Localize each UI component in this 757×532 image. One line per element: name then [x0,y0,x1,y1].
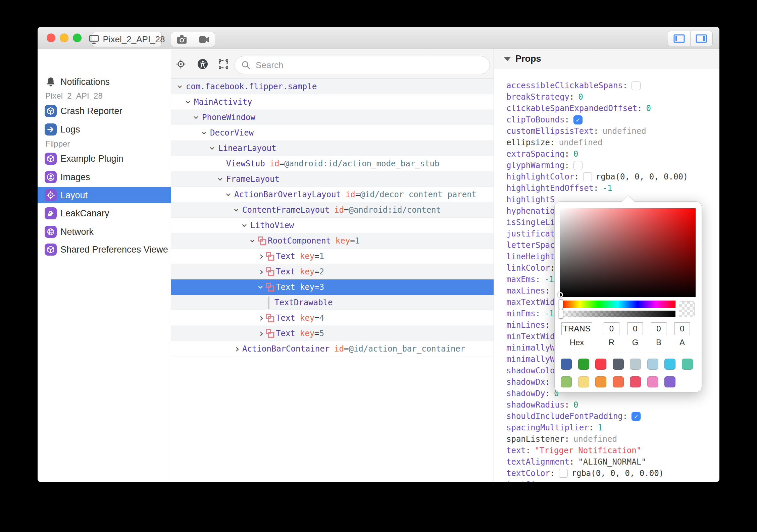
palette-swatch[interactable] [647,359,658,370]
green-input[interactable]: 0 [627,322,643,335]
tree-row[interactable]: TextDrawable [171,295,494,310]
right-panel-icon [696,34,707,43]
saturation-value-gradient[interactable] [560,208,696,297]
device-label: Pixel_2_API_28 [103,34,165,45]
screenshot-button[interactable] [171,32,193,47]
palette-swatch[interactable] [664,376,675,387]
target-mode-icon[interactable] [175,59,186,69]
palette-swatch[interactable] [613,376,624,387]
palette-swatch[interactable] [647,376,658,387]
chevron-icon[interactable] [186,95,193,109]
saturation-value-handle[interactable] [558,292,563,298]
palette-swatch[interactable] [682,359,693,370]
chevron-icon[interactable] [226,188,234,201]
palette-swatch[interactable] [561,376,572,387]
tree-row[interactable]: ActionBarContainerid=@id/action_bar_cont… [171,341,494,357]
tree-row[interactable]: LithoView [171,218,494,233]
select-frame-icon[interactable] [218,59,229,69]
chevron-icon[interactable] [258,250,266,263]
prop-checkbox[interactable] [632,81,641,90]
sidebar-item-network[interactable]: Network [38,224,171,240]
chevron-icon[interactable] [234,203,242,217]
tree-row[interactable]: Textkey=2 [171,264,494,279]
tree-row[interactable]: PhoneWindow [171,110,494,125]
chevron-icon[interactable] [258,327,266,340]
toggle-left-panel-button[interactable] [668,31,690,46]
chevron-icon[interactable] [178,80,185,93]
sidebar-item-shared-preferences-viewer[interactable]: Shared Preferences Viewer [38,242,171,258]
sidebar-item-example-plugin[interactable]: Example Plugin [38,151,171,167]
device-selector-button[interactable]: Pixel_2_API_28 [92,32,162,47]
tree-row[interactable]: FrameLayout [171,171,494,187]
prop-key: customEllipsisText [506,126,594,136]
tree-row[interactable]: Textkey=1 [171,249,494,264]
palette-swatch[interactable] [613,359,624,370]
search-input[interactable] [255,60,470,71]
tree-row[interactable]: LinearLayout [171,141,494,156]
chevron-icon[interactable] [202,126,209,140]
chevron-icon[interactable] [258,311,266,325]
prop-checkbox[interactable] [583,172,592,181]
chevron-icon[interactable] [250,234,258,248]
accessibility-icon[interactable] [197,59,208,69]
tree-row[interactable]: ActionBarOverlayLayoutid=@id/decor_conte… [171,187,494,202]
sidebar-item-label: LeakCanary [60,208,109,219]
chevron-icon[interactable] [218,157,225,170]
close-window-button[interactable] [47,34,55,42]
tree-row[interactable]: Textkey=5 [171,326,494,341]
sidebar-item-layout[interactable]: Layout [38,187,171,203]
chevron-icon[interactable] [258,265,266,278]
node-attr-value: 4 [319,313,324,323]
sidebar-item-notifications[interactable]: Notifications [38,74,171,90]
chevron-icon[interactable] [258,280,266,294]
props-header[interactable]: Props [494,49,719,69]
palette-swatch[interactable] [595,376,606,387]
tree-row[interactable]: com.facebook.flipper.sample [171,79,494,94]
tree-row[interactable]: ViewStubid=@android:id/action_mode_bar_s… [171,156,494,171]
zoom-window-button[interactable] [73,34,82,42]
hue-slider-handle[interactable] [559,299,563,309]
minimize-window-button[interactable] [60,34,68,42]
prop-checkbox[interactable] [573,115,583,124]
chevron-icon[interactable] [218,172,225,186]
palette-swatch[interactable] [630,359,641,370]
prop-key: clickableSpanExpandedOffset [506,104,637,113]
prop-checkbox[interactable] [632,412,641,421]
chevron-icon[interactable] [266,296,274,309]
blue-input[interactable]: 0 [651,322,666,335]
prop-checkbox[interactable] [573,161,583,170]
palette-swatch[interactable] [664,359,675,370]
tree-row[interactable]: Textkey=3 [171,279,494,295]
prop-value: 0 [578,92,583,102]
prop-key: clipToBounds [506,115,564,124]
sidebar-item-logs[interactable]: Logs [38,121,171,138]
tree-row[interactable]: Textkey=4 [171,310,494,326]
screen-record-button[interactable] [193,32,215,47]
palette-swatch[interactable] [578,359,589,370]
hex-input[interactable]: TRANS [561,322,592,335]
sidebar-item-crash-reporter[interactable]: Crash Reporter [38,103,171,119]
hue-slider[interactable] [560,301,675,308]
tree-row[interactable]: DecorView [171,125,494,141]
toggle-right-panel-button[interactable] [690,31,713,46]
sidebar-item-images[interactable]: Images [38,169,171,185]
palette-swatch[interactable] [630,376,641,387]
alpha-slider[interactable] [560,311,675,317]
search-field[interactable] [235,56,490,74]
tree-row[interactable]: MainActivity [171,94,494,110]
palette-swatch[interactable] [578,376,589,387]
red-input[interactable]: 0 [604,322,619,335]
sidebar-item-leakcanary[interactable]: LeakCanary [38,205,171,221]
palette-swatch[interactable] [561,359,572,370]
chevron-icon[interactable] [242,219,250,232]
prop-key: accessibleClickableSpans [506,81,623,90]
chevron-icon[interactable] [210,142,217,155]
chevron-icon[interactable] [194,111,201,124]
tree-row[interactable]: ContentFrameLayoutid=@android:id/content [171,202,494,218]
alpha-slider-handle[interactable] [559,309,563,319]
prop-checkbox[interactable] [559,469,568,478]
palette-swatch[interactable] [595,359,606,370]
tree-row[interactable]: RootComponentkey=1 [171,233,494,249]
alpha-input[interactable]: 0 [674,322,690,335]
chevron-icon[interactable] [234,342,242,356]
